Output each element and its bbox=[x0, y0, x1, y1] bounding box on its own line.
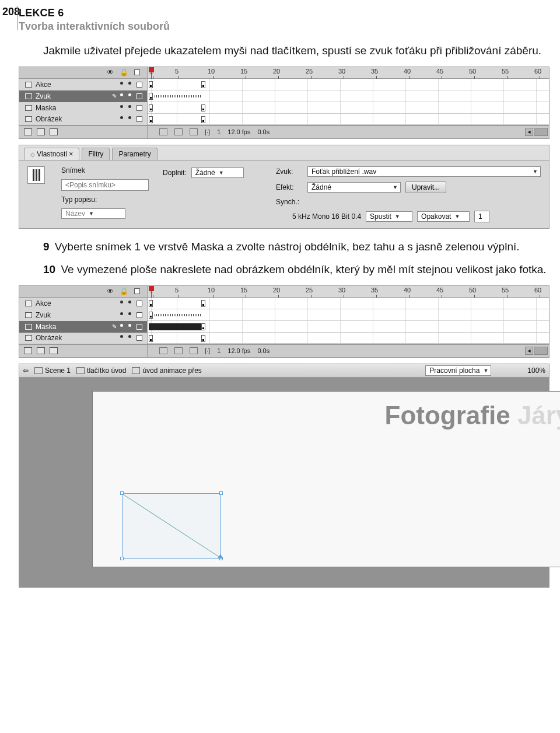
lock-dot[interactable] bbox=[128, 116, 131, 119]
new-layer-icon[interactable] bbox=[24, 128, 32, 135]
keyframe[interactable] bbox=[149, 300, 153, 307]
keyframe[interactable] bbox=[149, 81, 153, 88]
edit-symbol-icon[interactable] bbox=[512, 366, 522, 375]
keyframe[interactable] bbox=[201, 300, 205, 307]
lock-icon[interactable]: 🔒 bbox=[120, 68, 128, 76]
keyframe[interactable] bbox=[201, 104, 205, 111]
onion-skin-outline-icon[interactable] bbox=[174, 128, 183, 135]
layer-row[interactable]: Akce bbox=[19, 79, 549, 90]
lock-dot[interactable] bbox=[128, 93, 131, 96]
outline-toggle[interactable] bbox=[136, 93, 142, 99]
layer-left[interactable]: Akce bbox=[19, 79, 148, 90]
crumb-label[interactable]: tlačítko úvod bbox=[87, 366, 126, 375]
repeat-count-input[interactable]: 1 bbox=[474, 211, 489, 222]
keyframe[interactable] bbox=[149, 116, 153, 123]
new-layer-icon[interactable] bbox=[24, 347, 32, 354]
layer-row[interactable]: Zvuk✎ bbox=[19, 90, 549, 102]
outline-toggle[interactable] bbox=[136, 312, 142, 318]
tab-vlastnosti[interactable]: ◇Vlastnosti × bbox=[24, 148, 79, 160]
keyframe[interactable] bbox=[201, 323, 205, 330]
outline-toggle[interactable] bbox=[136, 82, 142, 88]
edit-scene-icon[interactable] bbox=[497, 366, 506, 375]
frames-area[interactable] bbox=[148, 321, 549, 333]
lock-dot[interactable] bbox=[128, 301, 131, 303]
lock-dot[interactable] bbox=[128, 335, 131, 338]
outline-toggle[interactable] bbox=[136, 324, 142, 330]
keyframe[interactable] bbox=[201, 335, 205, 342]
scroll-thumb[interactable] bbox=[534, 347, 548, 355]
layer-left[interactable]: Akce bbox=[19, 298, 148, 309]
lock-dot[interactable] bbox=[128, 312, 131, 315]
keyframe[interactable] bbox=[149, 93, 153, 100]
stage-canvas[interactable]: Fotografie Járy S bbox=[93, 392, 560, 567]
frames-area[interactable] bbox=[148, 309, 549, 321]
new-folder-icon[interactable] bbox=[37, 347, 45, 354]
layer-row[interactable]: Maska✎ bbox=[19, 321, 549, 333]
visibility-dot[interactable] bbox=[120, 116, 123, 119]
layer-left[interactable]: Zvuk bbox=[19, 309, 148, 321]
scroll-thumb[interactable] bbox=[534, 128, 548, 136]
edit-multiple-frames-icon[interactable] bbox=[190, 128, 198, 135]
keyframe[interactable] bbox=[201, 116, 205, 123]
sync-mode-combo[interactable]: Spustit▼ bbox=[366, 211, 412, 222]
onion-skin-icon[interactable] bbox=[159, 128, 167, 135]
visibility-dot[interactable] bbox=[120, 301, 123, 303]
outline-icon[interactable] bbox=[134, 69, 140, 75]
effect-combo[interactable]: Žádné▼ bbox=[307, 182, 401, 193]
layer-left[interactable]: Obrázek bbox=[19, 333, 148, 344]
frames-area[interactable] bbox=[148, 298, 549, 309]
layer-left[interactable]: Zvuk✎ bbox=[19, 90, 148, 102]
layer-left[interactable]: Maska bbox=[19, 102, 148, 114]
timeline-ruler[interactable]: 151015202530354045505560 bbox=[148, 67, 549, 79]
delete-layer-icon[interactable] bbox=[50, 128, 58, 135]
eye-icon[interactable]: 👁 bbox=[107, 68, 114, 76]
lock-dot[interactable] bbox=[128, 324, 131, 327]
scroll-left-icon[interactable]: ◄ bbox=[525, 347, 533, 355]
onion-skin-icon[interactable] bbox=[159, 347, 167, 354]
frame-name-input[interactable]: <Popis snímku> bbox=[61, 179, 149, 191]
visibility-dot[interactable] bbox=[120, 82, 123, 85]
edit-multiple-frames-icon[interactable] bbox=[190, 347, 198, 354]
timeline-scrollbar[interactable]: ◄ bbox=[525, 128, 548, 136]
keyframe[interactable] bbox=[149, 312, 153, 319]
keyframe[interactable] bbox=[149, 104, 153, 111]
tab-parametry[interactable]: Parametry bbox=[112, 148, 157, 160]
visibility-dot[interactable] bbox=[120, 335, 123, 338]
new-folder-icon[interactable] bbox=[37, 128, 45, 135]
lock-dot[interactable] bbox=[128, 105, 131, 108]
layer-row[interactable]: Obrázek bbox=[19, 114, 549, 125]
frames-area[interactable] bbox=[148, 79, 549, 90]
playhead[interactable] bbox=[151, 286, 152, 298]
frames-area[interactable] bbox=[148, 333, 549, 344]
layer-row[interactable]: Zvuk bbox=[19, 309, 549, 321]
outline-toggle[interactable] bbox=[136, 105, 142, 111]
crumb-label[interactable]: úvod animace přes bbox=[142, 366, 201, 375]
onion-skin-outline-icon[interactable] bbox=[174, 347, 183, 354]
visibility-dot[interactable] bbox=[120, 324, 123, 327]
label-type-combo[interactable]: Název▼ bbox=[61, 208, 125, 219]
crumb-label[interactable]: Scene 1 bbox=[45, 366, 71, 375]
zoom-display[interactable]: 100% bbox=[527, 366, 545, 375]
eye-icon[interactable]: 👁 bbox=[107, 287, 114, 295]
outline-toggle[interactable] bbox=[136, 335, 142, 341]
back-arrow[interactable]: ⇦ bbox=[23, 366, 29, 375]
visibility-dot[interactable] bbox=[120, 312, 123, 315]
outline-toggle[interactable] bbox=[136, 301, 142, 306]
outline-toggle[interactable] bbox=[136, 116, 142, 122]
lock-icon[interactable]: 🔒 bbox=[120, 287, 128, 295]
timeline-ruler[interactable]: 151015202530354045505560 bbox=[148, 286, 549, 298]
frames-area[interactable] bbox=[148, 114, 549, 125]
layer-row[interactable]: Akce bbox=[19, 298, 549, 309]
layer-row[interactable]: Obrázek bbox=[19, 333, 549, 344]
lock-dot[interactable] bbox=[128, 82, 131, 85]
visibility-dot[interactable] bbox=[120, 93, 123, 96]
frame-span[interactable] bbox=[149, 323, 201, 330]
stage-area[interactable]: Fotografie Járy S bbox=[19, 378, 550, 588]
workspace-combo[interactable]: Pracovní plocha▼ bbox=[425, 365, 491, 376]
sound-combo[interactable]: Foťák přiblížení .wav▼ bbox=[307, 166, 541, 177]
playhead[interactable] bbox=[151, 67, 152, 79]
sync-loop-combo[interactable]: Opakovat▼ bbox=[417, 211, 470, 222]
visibility-dot[interactable] bbox=[120, 105, 123, 108]
layer-row[interactable]: Maska bbox=[19, 102, 549, 114]
delete-layer-icon[interactable] bbox=[50, 347, 58, 354]
